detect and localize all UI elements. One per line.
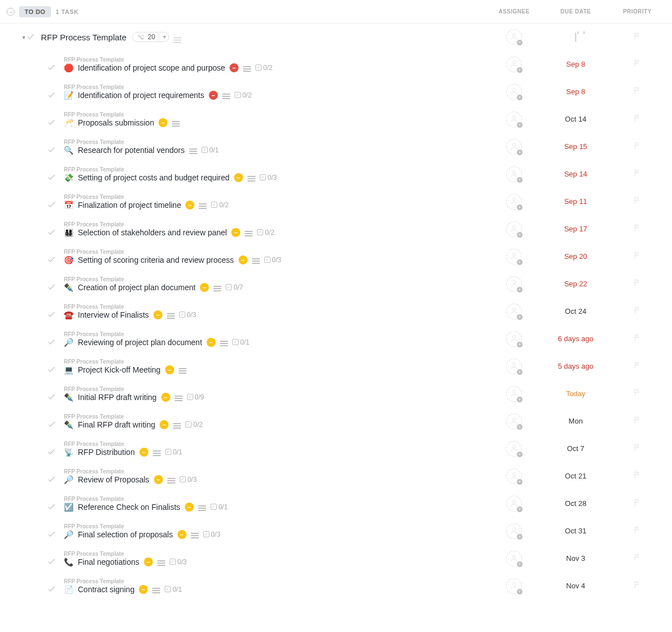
status-pill-todo[interactable]: TO DO xyxy=(19,6,51,17)
task-title[interactable]: Contract signing xyxy=(78,585,134,594)
task-breadcrumb[interactable]: RFP Process Template xyxy=(64,221,274,227)
due-date-cell[interactable]: 5 days ago xyxy=(542,362,609,370)
chevron-down-icon[interactable]: ▾ xyxy=(22,34,25,40)
task-status-toggle[interactable] xyxy=(47,584,56,595)
task-breadcrumb[interactable]: RFP Process Template xyxy=(64,249,281,255)
task-row[interactable]: RFP Process Template👨‍👩‍👧‍👦Selection of … xyxy=(0,215,672,243)
task-title[interactable]: Proposals submission xyxy=(78,118,154,127)
checklist-indicator[interactable]: ✓0/1 xyxy=(211,503,228,511)
status-badge-inprogress[interactable]: – xyxy=(160,420,169,429)
task-breadcrumb[interactable]: RFP Process Template xyxy=(64,441,182,447)
task-status-toggle[interactable] xyxy=(47,227,56,238)
task-breadcrumb[interactable]: RFP Process Template xyxy=(64,468,197,475)
priority-flag-button[interactable] xyxy=(633,471,641,481)
task-status-toggle[interactable] xyxy=(47,557,56,568)
checklist-indicator[interactable]: ✓0/2 xyxy=(185,421,203,429)
description-icon[interactable] xyxy=(172,121,180,124)
priority-flag-button[interactable] xyxy=(633,389,641,398)
task-breadcrumb[interactable]: RFP Process Template xyxy=(64,496,228,502)
task-title[interactable]: Setting of project costs and budget requ… xyxy=(78,173,230,182)
priority-flag-button[interactable] xyxy=(633,526,641,536)
checklist-indicator[interactable]: ✓0/3 xyxy=(264,256,282,264)
assignee-add-button[interactable]: + xyxy=(506,166,522,182)
status-badge-inprogress[interactable]: – xyxy=(231,228,240,237)
task-status-toggle[interactable] xyxy=(47,200,56,211)
description-icon[interactable] xyxy=(198,505,206,508)
description-icon[interactable] xyxy=(152,588,160,591)
task-title[interactable]: Review of Proposals xyxy=(78,475,150,484)
description-icon[interactable] xyxy=(248,176,255,179)
assignee-add-button[interactable]: + xyxy=(506,111,522,127)
status-badge-inprogress[interactable]: – xyxy=(239,255,248,264)
assignee-add-button[interactable]: + xyxy=(506,139,522,155)
description-icon[interactable] xyxy=(191,533,199,536)
task-status-toggle[interactable] xyxy=(47,173,56,183)
due-date-cell[interactable]: Sep 15 xyxy=(542,142,609,151)
status-badge-inprogress[interactable]: – xyxy=(165,365,174,374)
task-title[interactable]: Research for potential vendors xyxy=(78,146,185,155)
priority-flag-button[interactable] xyxy=(633,279,641,289)
task-title[interactable]: Setting of scoring criteria and review p… xyxy=(78,255,234,264)
description-icon[interactable] xyxy=(167,313,175,316)
task-title[interactable]: Reviewing of project plan document xyxy=(78,338,202,347)
assignee-add-button[interactable]: + xyxy=(506,551,522,566)
due-date-cell[interactable]: Sep 14 xyxy=(542,170,609,178)
priority-flag-button[interactable] xyxy=(633,169,641,179)
assignee-add-button[interactable]: + xyxy=(506,221,522,237)
add-subtask-plus[interactable]: + xyxy=(158,33,166,41)
task-status-toggle[interactable] xyxy=(47,310,56,320)
task-row[interactable]: RFP Process Template✒️Final RFP draft wr… xyxy=(0,407,672,435)
task-status-toggle[interactable] xyxy=(47,420,56,430)
task-breadcrumb[interactable]: RFP Process Template xyxy=(64,386,204,392)
status-badge-inprogress[interactable]: – xyxy=(185,201,194,210)
priority-flag-button[interactable] xyxy=(633,581,641,591)
description-icon[interactable] xyxy=(179,368,186,371)
task-row[interactable]: RFP Process Template📄Contract signing–✓0… xyxy=(0,572,672,600)
assignee-add-button[interactable]: + xyxy=(506,57,522,72)
assignee-add-button[interactable]: + xyxy=(506,523,522,539)
due-date-cell[interactable]: Today xyxy=(542,389,609,398)
priority-flag-button[interactable] xyxy=(633,142,641,151)
checklist-indicator[interactable]: ✓0/7 xyxy=(226,284,243,291)
task-breadcrumb[interactable]: RFP Process Template xyxy=(64,166,277,173)
checklist-indicator[interactable]: ✓0/3 xyxy=(170,558,187,566)
task-row[interactable]: RFP Process Template🥂Proposals submissio… xyxy=(0,105,672,133)
task-title[interactable]: Identification of project requirements xyxy=(78,91,204,100)
task-status-toggle[interactable] xyxy=(47,63,56,73)
assignee-add-button[interactable]: + xyxy=(506,496,522,512)
checklist-indicator[interactable]: ✓0/2 xyxy=(211,201,228,209)
checklist-indicator[interactable]: ✓0/1 xyxy=(202,146,219,154)
due-date-cell[interactable]: Sep 11 xyxy=(542,197,609,206)
group-row[interactable]: ▾ RFP Process Template ⌥ 20 + + xyxy=(0,24,672,50)
task-title[interactable]: Interview of Finalists xyxy=(78,310,149,319)
checklist-indicator[interactable]: ✓0/3 xyxy=(260,174,277,182)
task-row[interactable]: RFP Process Template🛑Identification of p… xyxy=(0,50,672,78)
task-row[interactable]: RFP Process Template✒️Initial RFP draft … xyxy=(0,380,672,407)
due-date-cell[interactable]: Sep 8 xyxy=(542,87,609,96)
checklist-indicator[interactable]: ✓0/1 xyxy=(165,585,182,593)
collapse-all-icon[interactable]: ⌄ xyxy=(7,8,15,16)
due-date-button[interactable] xyxy=(542,33,609,41)
task-status-toggle[interactable] xyxy=(47,145,56,156)
checklist-indicator[interactable]: ✓0/2 xyxy=(235,91,252,99)
priority-flag-button[interactable] xyxy=(633,59,641,69)
priority-flag-button[interactable] xyxy=(633,87,641,96)
task-status-toggle[interactable] xyxy=(47,447,56,458)
task-title[interactable]: Final negotiations xyxy=(78,557,139,566)
priority-flag-button[interactable] xyxy=(633,444,641,453)
due-date-cell[interactable]: Sep 17 xyxy=(542,225,609,233)
task-title[interactable]: RFP Distribution xyxy=(78,448,135,457)
assignee-add-button[interactable]: + xyxy=(506,331,522,347)
status-badge-inprogress[interactable]: – xyxy=(234,173,243,182)
checklist-indicator[interactable]: ✓0/9 xyxy=(187,393,204,401)
description-icon[interactable] xyxy=(213,286,221,289)
priority-flag-button[interactable] xyxy=(633,114,641,124)
status-badge-inprogress[interactable]: – xyxy=(178,530,186,539)
status-badge-inprogress[interactable]: – xyxy=(207,338,216,347)
status-badge-blocked[interactable]: – xyxy=(230,63,239,72)
assignee-add-button[interactable]: + xyxy=(506,578,522,594)
task-row[interactable]: RFP Process Template🔍Research for potent… xyxy=(0,133,672,160)
task-row[interactable]: RFP Process Template☎️Interview of Final… xyxy=(0,298,672,325)
status-badge-inprogress[interactable]: – xyxy=(154,475,163,484)
group-title[interactable]: RFP Process Template xyxy=(41,32,127,42)
